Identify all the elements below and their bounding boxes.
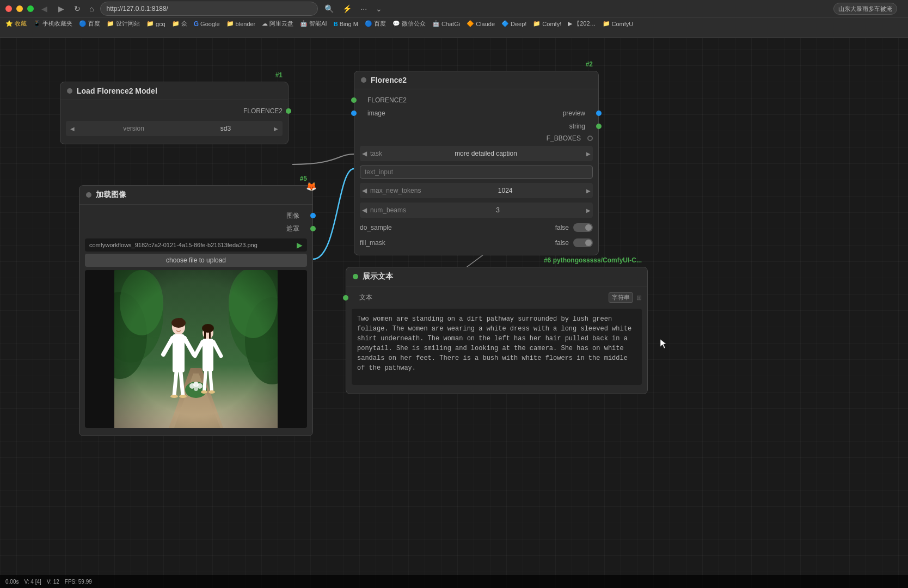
node2-max-tokens-left-arrow[interactable]: ◀ [362, 187, 370, 194]
node5-mask-out-connector[interactable] [310, 226, 316, 231]
node2-text-input[interactable] [360, 166, 593, 179]
browser-titlebar: ◀ ▶ ↻ ⌂ http://127.0.0.1:8188/ 🔍 ⚡ ··· ⌄… [0, 0, 908, 17]
cursor-indicator [660, 339, 668, 347]
bookmark-comfy2[interactable]: 📁 ComfyU [603, 20, 634, 27]
node2-preview-out-connector[interactable] [596, 111, 602, 116]
node2-image-in-row: image preview [354, 107, 598, 120]
bookmark-zhong[interactable]: 📁 众 [172, 20, 187, 28]
node2-florence2-in-connector[interactable] [351, 97, 357, 103]
status-item3: V: 12 [47, 579, 59, 585]
bookmark-baidu1[interactable]: 🔵 百度 [79, 20, 100, 28]
node2-task-right-arrow[interactable]: ▶ [586, 151, 591, 157]
bookmark-baidu2[interactable]: 🔵 百度 [365, 20, 386, 28]
preview-image-svg [114, 270, 278, 428]
node1-version-label: version [77, 125, 180, 132]
bookmark-claude[interactable]: 🔶 Claude [467, 20, 495, 27]
node2-fill-mask-label: fill_mask [360, 239, 403, 247]
bookmark-blender[interactable]: 📁 blender [226, 20, 256, 27]
bookmark-chatg[interactable]: 🤖 ChatGi [432, 20, 460, 27]
node2-image-in-label: image [367, 109, 385, 117]
chevron-down-icon[interactable]: ⌄ [373, 3, 384, 14]
node1-version-right-arrow[interactable]: ▶ [272, 125, 280, 133]
node1-status-dot [67, 88, 72, 94]
node2-id: #2 [586, 60, 593, 68]
node5-image-out-row: 图像 [79, 209, 312, 222]
node2-num-beams-right-arrow[interactable]: ▶ [586, 207, 591, 213]
node2-num-beams-row: ◀ num_beams 3 ▶ [354, 200, 598, 220]
bookmark-aliyun[interactable]: ☁ 阿里云盘 [262, 20, 293, 28]
node5-upload-button[interactable]: choose file to upload [85, 254, 307, 267]
node6-text-row: 文本 字符串 ⊞ [346, 291, 647, 304]
node1-version-value: sd3 [180, 125, 272, 132]
node2-task-selector[interactable]: ◀ task more detailed caption ▶ [360, 146, 593, 161]
node2-max-tokens-selector[interactable]: ◀ max_new_tokens 1024 ▶ [360, 183, 593, 198]
node2-string-out-connector[interactable] [596, 124, 602, 129]
bookmark-comfy1[interactable]: 📁 Comfy! [533, 20, 561, 27]
search-icon[interactable]: 🔍 [322, 3, 336, 14]
node5-image-out-connector[interactable] [310, 213, 316, 218]
node6-id: #6 [544, 256, 551, 264]
node2-image-in-connector[interactable] [351, 111, 357, 116]
browser-search-box[interactable]: 山东大暴雨多车被淹 [833, 3, 897, 15]
node5-mask-out-row: 遮罩 [79, 222, 312, 235]
forward-arrow-icon[interactable]: ▶ [55, 3, 68, 14]
node6-id-label: #6 pythongosssss/ComfyUI-C... [544, 256, 642, 264]
bookmark-mobile[interactable]: 📱 手机收藏夹 [33, 20, 72, 28]
node2-max-tokens-label: max_new_tokens [370, 187, 424, 194]
bookmark-bing[interactable]: B Bing M [334, 21, 358, 27]
node1-florence2-connector[interactable] [286, 108, 291, 114]
node2-fill-mask-toggle[interactable] [573, 238, 593, 247]
node2-task-value: more detailed caption [385, 150, 586, 157]
close-btn[interactable] [5, 5, 12, 12]
node2-do-sample-toggle[interactable] [573, 223, 593, 232]
bookmark-wechat[interactable]: 💬 微信公众 [392, 20, 426, 28]
node2-do-sample-label: do_sample [360, 224, 403, 231]
maximize-btn[interactable] [27, 5, 34, 12]
reload-icon[interactable]: ↻ [72, 3, 83, 14]
node1-version-left-arrow[interactable]: ◀ [68, 125, 77, 133]
status-item4: FPS: 59.99 [65, 579, 92, 585]
address-bar[interactable]: http://127.0.0.1:8188/ [100, 2, 318, 16]
node5-image-upload: comfyworkflows_9182c7a2-0121-4a15-86fe-b… [85, 238, 307, 428]
node5-play-btn[interactable]: ▶ [297, 241, 303, 249]
node2-num-beams-selector[interactable]: ◀ num_beams 3 ▶ [360, 203, 593, 218]
node2-do-sample-value: false [555, 224, 569, 231]
bookmark-gcq[interactable]: 📁 gcq [146, 20, 165, 27]
bookmark-design[interactable]: 📁 设计网站 [107, 20, 140, 28]
node6-text-in-connector[interactable] [343, 295, 348, 301]
minimize-btn[interactable] [16, 5, 23, 12]
node1-version-selector[interactable]: ◀ version sd3 ▶ [66, 121, 283, 136]
node1-florence2-port: FLORENCE2 [60, 105, 288, 118]
canvas: #1 Load Florence2 Model FLORENCE2 ◀ vers… [0, 38, 908, 588]
bookmark-google[interactable]: G Google [194, 20, 220, 28]
node6-body: 文本 字符串 ⊞ Two women are standing on a dir… [346, 286, 647, 394]
node5-image-out-label: 图像 [286, 211, 299, 220]
node2-num-beams-value: 3 [409, 206, 586, 214]
node6-status-dot [353, 274, 358, 279]
bookmark-ai[interactable]: 🤖 智能AI [300, 20, 327, 28]
node5-mask-out-label: 遮罩 [286, 224, 299, 234]
node2-num-beams-label: num_beams [370, 206, 409, 214]
lightning-icon[interactable]: ⚡ [340, 3, 354, 14]
bookmark-202[interactable]: ▶ 【202… [568, 20, 596, 28]
node1-body: FLORENCE2 ◀ version sd3 ▶ [60, 100, 288, 144]
search-text: 山东大暴雨多车被淹 [838, 5, 892, 13]
node2-do-sample-control: false [555, 223, 593, 232]
node2-fill-mask-control: false [555, 238, 593, 247]
node2-fbboxes-connector[interactable] [587, 136, 593, 141]
back-arrow-icon[interactable]: ◀ [38, 3, 51, 14]
node2-task-left-arrow[interactable]: ◀ [362, 150, 370, 157]
node2-task-row: ◀ task more detailed caption ▶ [354, 144, 598, 163]
node2-fbboxes-label: F_BBOXES [547, 134, 581, 142]
node1-florence2-label: FLORENCE2 [243, 107, 283, 115]
bookmark-star[interactable]: ⭐ 收藏 [5, 20, 27, 28]
node2-num-beams-left-arrow[interactable]: ◀ [362, 206, 370, 214]
node2-header: Florence2 [354, 71, 598, 89]
node2-max-tokens-right-arrow[interactable]: ▶ [586, 188, 591, 194]
bookmark-deep[interactable]: 🔷 Deep! [501, 20, 526, 27]
menu-icon[interactable]: ··· [358, 3, 369, 14]
node2-florence2-in-label: FLORENCE2 [367, 96, 407, 104]
node-florence2: #2 Florence2 FLORENCE2 image preview str… [354, 71, 599, 255]
home-icon[interactable]: ⌂ [87, 3, 96, 14]
bookmark-label: 收藏 [15, 20, 27, 28]
